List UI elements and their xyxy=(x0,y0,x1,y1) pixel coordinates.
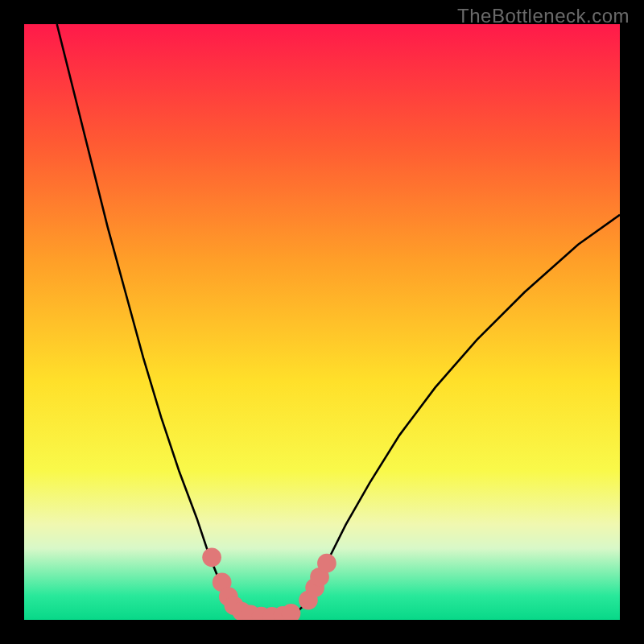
chart-frame: TheBottleneck.com xyxy=(0,0,644,644)
watermark-text: TheBottleneck.com xyxy=(457,5,630,27)
data-marker xyxy=(202,547,221,567)
bottleneck-curve xyxy=(57,24,620,617)
curve-layer xyxy=(24,24,620,620)
marker-group xyxy=(202,547,336,620)
data-marker xyxy=(282,604,301,620)
data-marker xyxy=(317,554,336,573)
plot-area xyxy=(24,24,620,620)
